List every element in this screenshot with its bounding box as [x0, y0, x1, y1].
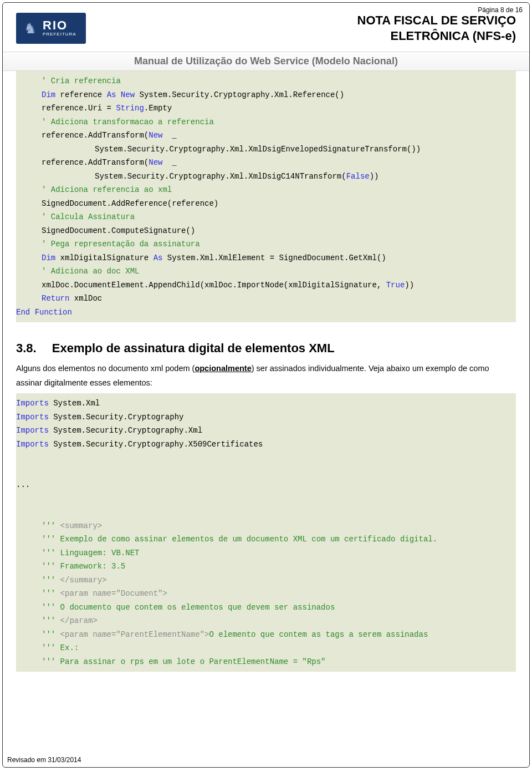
maintitle-line2: ELETRÔNICA (NFS-e) — [357, 28, 516, 44]
logo-rio-label: RIO — [43, 19, 76, 32]
logo-text: RIO PREFEITURA — [43, 19, 76, 37]
section-title: Exemplo de assinatura digital de element… — [52, 341, 335, 355]
page-frame: Página 8 de 16 ♞ RIO PREFEITURA NOTA FIS… — [2, 2, 530, 768]
header: ♞ RIO PREFEITURA NOTA FISCAL DE SERVIÇO … — [3, 3, 529, 44]
code-block-1: ' Cria referencia Dim reference As New S… — [16, 71, 516, 322]
code-block-2: Imports System.Xml Imports System.Securi… — [16, 393, 516, 672]
footer-date: Revisado em 31/03/2014 — [7, 756, 81, 764]
page-title: NOTA FISCAL DE SERVIÇO ELETRÔNICA (NFS-e… — [357, 13, 516, 43]
section-heading: 3.8. Exemplo de assinatura digital de el… — [16, 341, 516, 356]
crest-icon: ♞ — [21, 17, 39, 39]
logo-sub-label: PREFEITURA — [43, 32, 76, 37]
maintitle-line1: NOTA FISCAL DE SERVIÇO — [357, 13, 516, 28]
page-number: Página 8 de 16 — [478, 6, 523, 14]
code-line: ' Cria referencia — [42, 77, 121, 85]
paragraph: Alguns dos elementos no documento xml po… — [16, 361, 516, 390]
subtitle: Manual de Utilização do Web Service (Mod… — [3, 52, 529, 71]
logo-rio: ♞ RIO PREFEITURA — [16, 13, 86, 44]
section-number: 3.8. — [16, 341, 37, 355]
